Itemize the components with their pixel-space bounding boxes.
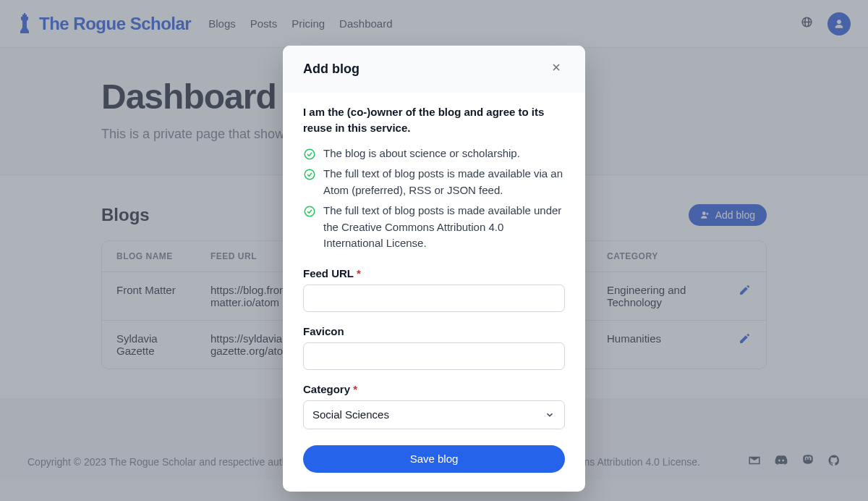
category-select[interactable]: Social Sciences: [303, 400, 565, 429]
svg-point-2: [305, 206, 315, 216]
check-circle-icon: [303, 168, 316, 181]
svg-point-1: [305, 169, 315, 180]
favicon-group: Favicon: [303, 325, 565, 370]
feed-url-label: Feed URL *: [303, 267, 565, 279]
feed-url-group: Feed URL *: [303, 267, 565, 312]
check-circle-icon: [303, 148, 316, 161]
close-button[interactable]: [548, 59, 565, 80]
feed-url-input[interactable]: [303, 285, 565, 312]
requirement-item: The full text of blog posts is made avai…: [303, 164, 565, 201]
add-blog-modal: Add blog I am the (co-)owner of the blog…: [283, 46, 585, 492]
modal-title: Add blog: [303, 62, 359, 77]
modal-overlay[interactable]: Add blog I am the (co-)owner of the blog…: [0, 0, 868, 501]
category-group: Category * Social Sciences: [303, 383, 565, 429]
category-label: Category *: [303, 383, 565, 395]
requirement-text: The full text of blog posts is made avai…: [323, 166, 565, 198]
requirement-text: The blog is about science or scholarship…: [323, 146, 520, 162]
favicon-input[interactable]: [303, 342, 565, 370]
modal-header: Add blog: [283, 46, 585, 93]
requirement-item: The blog is about science or scholarship…: [303, 143, 565, 164]
required-marker: *: [353, 383, 357, 395]
modal-body: I am the (co-)owner of the blog and agre…: [283, 93, 585, 492]
close-icon: [550, 62, 562, 73]
consent-text: I am the (co-)owner of the blog and agre…: [303, 104, 565, 136]
save-blog-button[interactable]: Save blog: [303, 445, 565, 473]
requirement-item: The full text of blog posts is made avai…: [303, 201, 565, 254]
check-circle-icon: [303, 205, 316, 218]
required-marker: *: [357, 267, 361, 279]
favicon-label: Favicon: [303, 325, 565, 337]
requirements-list: The blog is about science or scholarship…: [303, 143, 565, 254]
svg-point-0: [305, 149, 315, 159]
requirement-text: The full text of blog posts is made avai…: [323, 203, 565, 252]
